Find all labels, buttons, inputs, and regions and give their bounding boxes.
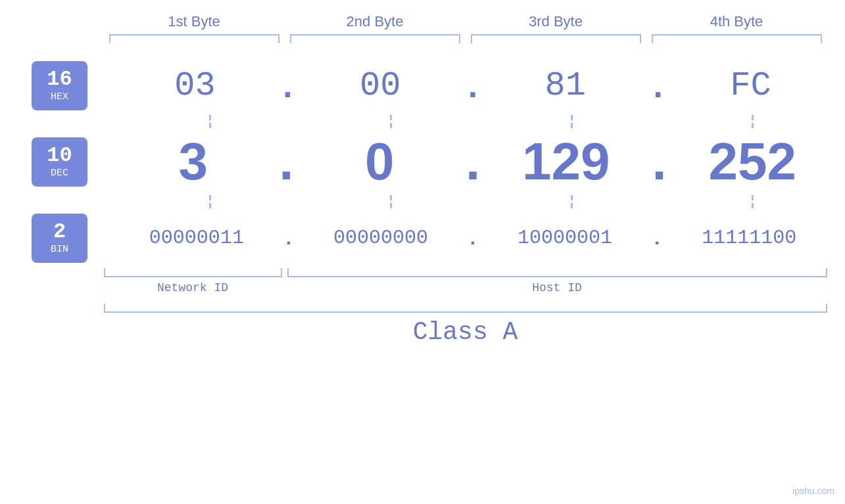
byte-label-3: 3rd Byte [466, 13, 646, 34]
bar-4a [752, 115, 754, 120]
bar-3b [571, 123, 573, 128]
hex-base-label: HEX [51, 91, 68, 103]
bar-1b [209, 123, 211, 128]
double-bar2-4 [752, 195, 754, 208]
bar-3a [571, 115, 573, 120]
byte-label-1: 1st Byte [104, 13, 285, 34]
double-bar2-1 [209, 195, 211, 208]
bar-2b [390, 123, 392, 128]
dec-base-number: 10 [47, 145, 72, 166]
sep-row-1 [120, 112, 843, 131]
sep-cell-3 [481, 115, 662, 128]
bar2-1b [209, 203, 211, 208]
bin-byte-1: 00000011 [149, 227, 244, 249]
network-id-label: Network ID [157, 281, 228, 294]
class-area: Class A [104, 304, 827, 346]
hex-byte-1: 03 [174, 66, 215, 105]
bracket-2 [290, 34, 460, 43]
sep-cell-2 [301, 115, 481, 128]
double-bar-1 [209, 115, 211, 128]
bin-byte-1-cell: 00000011 [101, 227, 293, 249]
dec-values-row: 3 . 0 . 129 . 252 [101, 131, 845, 192]
dec-byte-2-cell: 0 [287, 131, 472, 192]
host-id-label: Host ID [532, 281, 582, 294]
hex-byte-4-cell: FC [656, 66, 845, 105]
hex-values-row: 03 . 00 . 81 . FC [101, 66, 845, 105]
host-id-group: Host ID [287, 268, 827, 294]
host-id-bracket [287, 268, 827, 277]
double-bar2-3 [571, 195, 573, 208]
hex-byte-4: FC [730, 66, 771, 105]
dec-byte-4-cell: 252 [660, 131, 845, 192]
network-id-bracket [104, 268, 282, 277]
header-row: 1st Byte 2nd Byte 3rd Byte 4th Byte [104, 13, 827, 34]
hex-byte-3-cell: 81 [471, 66, 660, 105]
hex-row: 16 HEX 03 . 00 . 81 . FC [0, 59, 845, 112]
dec-byte-3: 129 [522, 131, 610, 192]
bar-4b [752, 123, 754, 128]
bracket-4 [652, 34, 822, 43]
bin-byte-4: 11111100 [702, 227, 796, 249]
hex-byte-3: 81 [545, 66, 586, 105]
dec-base-label: DEC [51, 168, 68, 179]
bin-badge: 2 BIN [32, 214, 87, 263]
bin-byte-4-cell: 11111100 [653, 227, 845, 249]
sep-cell-4 [662, 115, 843, 128]
sep-row-2 [120, 192, 843, 212]
hex-byte-1-cell: 03 [101, 66, 289, 105]
sep2-cell-3 [481, 195, 662, 208]
class-label: Class A [104, 318, 827, 346]
bar-1a [209, 115, 211, 120]
dec-row: 10 DEC 3 . 0 . 129 . 252 [0, 131, 845, 192]
sep2-cell-1 [120, 195, 301, 208]
main-container: 1st Byte 2nd Byte 3rd Byte 4th Byte 16 H… [0, 0, 845, 504]
byte-label-2: 2nd Byte [285, 13, 466, 34]
bottom-id-brackets: Network ID Host ID [104, 268, 827, 294]
hex-base-number: 16 [47, 69, 72, 90]
double-bar2-2 [390, 195, 392, 208]
watermark: ipshu.com [792, 486, 834, 496]
bar2-3a [571, 195, 573, 200]
bin-byte-2: 00000000 [333, 227, 428, 249]
bin-row: 2 BIN 00000011 . 00000000 . 10000001 . 1… [0, 212, 845, 264]
bin-values-row: 00000011 . 00000000 . 10000001 . 1111110… [101, 227, 845, 249]
bracket-1 [109, 34, 279, 43]
bin-byte-3-cell: 10000001 [469, 227, 661, 249]
bar2-1a [209, 195, 211, 200]
hex-badge: 16 HEX [32, 61, 87, 110]
bracket-3 [471, 34, 641, 43]
bar2-2b [390, 203, 392, 208]
bar2-4a [752, 195, 754, 200]
top-bracket-row [104, 34, 827, 46]
dec-badge: 10 DEC [32, 137, 87, 187]
hex-byte-2: 00 [360, 66, 400, 105]
bar2-4b [752, 203, 754, 208]
dec-byte-1-cell: 3 [101, 131, 285, 192]
network-id-group: Network ID [104, 268, 282, 294]
double-bar-2 [390, 115, 392, 128]
bin-base-number: 2 [53, 221, 66, 242]
hex-byte-2-cell: 00 [286, 66, 475, 105]
byte-label-4: 4th Byte [646, 13, 827, 34]
bin-byte-3: 10000001 [518, 227, 612, 249]
bin-byte-2-cell: 00000000 [285, 227, 477, 249]
bar-2a [390, 115, 392, 120]
double-bar-4 [752, 115, 754, 128]
sep2-cell-2 [301, 195, 481, 208]
dec-byte-3-cell: 129 [473, 131, 658, 192]
bin-base-label: BIN [51, 244, 68, 255]
bar2-3b [571, 203, 573, 208]
sep2-cell-4 [662, 195, 843, 208]
double-bar-3 [571, 115, 573, 128]
dec-byte-2: 0 [365, 131, 395, 192]
dec-byte-1: 3 [178, 131, 208, 192]
bar2-2a [390, 195, 392, 200]
sep-cell-1 [120, 115, 301, 128]
dec-byte-4: 252 [709, 131, 796, 192]
class-bracket [104, 304, 827, 313]
